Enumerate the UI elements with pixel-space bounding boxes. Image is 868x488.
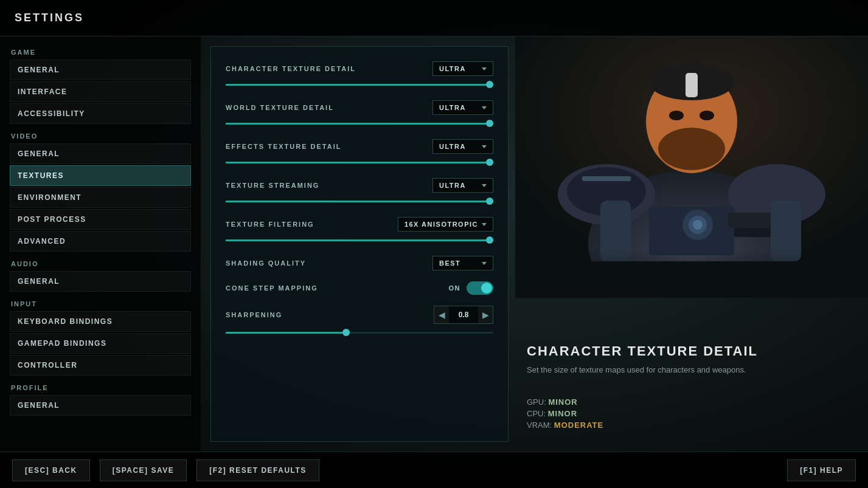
setting-sharpening: SHARPENING ◀ 0.8 ▶ [226, 306, 493, 337]
setting-world-texture-control: ULTRA [432, 100, 493, 115]
sharpening-value: 0.8 [453, 311, 474, 319]
texture-streaming-thumb[interactable] [486, 198, 493, 205]
char-texture-thumb[interactable] [486, 81, 493, 88]
setting-shading-quality: SHADING QUALITY BEST [226, 256, 493, 270]
sidebar-item-video-environment[interactable]: ENVIRONMENT [10, 187, 191, 208]
sidebar-section-profile: PROFILE [10, 384, 191, 391]
info-panel: CHARACTER TEXTURE DETAIL Set the size of… [509, 46, 861, 442]
sharpening-value-control: ◀ 0.8 ▶ [434, 306, 493, 324]
cone-step-toggle[interactable] [467, 281, 493, 295]
sidebar-item-audio-general[interactable]: GENERAL [10, 271, 191, 292]
setting-sharpening-label: SHARPENING [226, 311, 282, 318]
cpu-value: MINOR [548, 409, 577, 418]
bottom-right: [F1] HELP [787, 459, 856, 481]
setting-sharpening-control: ◀ 0.8 ▶ [434, 306, 493, 324]
setting-texture-streaming-label: TEXTURE STREAMING [226, 182, 319, 189]
info-title: CHARACTER TEXTURE DETAIL [527, 343, 843, 359]
setting-shading-quality-label: SHADING QUALITY [226, 259, 306, 267]
setting-shading-quality-header: SHADING QUALITY BEST [226, 256, 493, 270]
sharpening-fill [226, 332, 346, 334]
setting-texture-filtering-header: TEXTURE FILTERING 16X ANISOTROPIC [226, 217, 493, 232]
char-texture-dropdown[interactable]: ULTRA [432, 61, 493, 76]
sidebar-section-input: INPUT [10, 300, 191, 308]
shading-quality-dropdown[interactable]: BEST [432, 256, 493, 270]
setting-cone-step: CONE STEP MAPPING ON [226, 281, 493, 295]
setting-texture-streaming: TEXTURE STREAMING ULTRA [226, 178, 493, 206]
header: SETTINGS [0, 0, 868, 36]
sidebar-item-input-controller[interactable]: CONTROLLER [10, 355, 191, 376]
char-texture-arrow-icon [482, 67, 487, 70]
texture-filtering-arrow-icon [482, 223, 487, 226]
sidebar-item-input-keyboard[interactable]: KEYBOARD BINDINGS [10, 311, 191, 332]
sidebar-item-video-postprocess[interactable]: POST PROCESS [10, 209, 191, 230]
world-texture-thumb[interactable] [486, 120, 493, 127]
char-texture-slider[interactable] [226, 80, 493, 89]
texture-streaming-dropdown[interactable]: ULTRA [432, 178, 493, 193]
effects-texture-value: ULTRA [439, 143, 466, 150]
setting-effects-texture-label: EFFECTS TEXTURE DETAIL [226, 143, 341, 150]
reset-defaults-button[interactable]: [F2] RESET DEFAULTS [196, 459, 319, 481]
shading-quality-value: BEST [439, 259, 460, 267]
texture-filtering-thumb[interactable] [486, 236, 493, 244]
sharpening-track [226, 332, 493, 334]
cone-step-toggle-label: ON [449, 284, 461, 292]
world-texture-arrow-icon [482, 106, 487, 109]
sharpening-slider[interactable] [226, 328, 493, 337]
setting-effects-texture-header: EFFECTS TEXTURE DETAIL ULTRA [226, 139, 493, 154]
world-texture-slider[interactable] [226, 119, 493, 128]
sidebar-item-video-textures[interactable]: TEXTURES [10, 165, 191, 186]
sidebar-item-video-advanced[interactable]: ADVANCED [10, 231, 191, 252]
setting-effects-texture-control: ULTRA [432, 139, 493, 154]
sidebar-section-game: GAME [10, 49, 191, 56]
sidebar-item-video-general[interactable]: GENERAL [10, 143, 191, 164]
help-button[interactable]: [F1] HELP [787, 459, 856, 481]
sharpening-decrease-button[interactable]: ◀ [434, 306, 449, 323]
info-description: Set the size of texture maps used for ch… [527, 364, 843, 376]
setting-world-texture-label: WORLD TEXTURE DETAIL [226, 104, 334, 111]
gpu-label: GPU: [527, 397, 546, 407]
texture-filtering-slider[interactable] [226, 235, 493, 245]
sidebar-item-game-general[interactable]: GENERAL [10, 60, 191, 80]
setting-texture-streaming-header: TEXTURE STREAMING ULTRA [226, 178, 493, 193]
world-texture-fill [226, 123, 493, 125]
texture-streaming-arrow-icon [482, 184, 487, 187]
texture-streaming-track [226, 201, 493, 202]
bottom-bar: [ESC] BACK [SPACE] SAVE [F2] RESET DEFAU… [0, 452, 868, 488]
sidebar-item-game-interface[interactable]: INTERFACE [10, 81, 191, 102]
texture-streaming-fill [226, 201, 493, 202]
setting-world-texture: WORLD TEXTURE DETAIL ULTRA [226, 100, 493, 128]
setting-char-texture-control: ULTRA [432, 61, 493, 76]
sharpening-increase-button[interactable]: ▶ [478, 306, 493, 323]
sidebar: GAME GENERAL INTERFACE ACCESSIBILITY VID… [0, 36, 201, 452]
gpu-stat: GPU: MINOR [527, 397, 843, 407]
vram-value: MODERATE [554, 421, 603, 430]
effects-texture-slider[interactable] [226, 157, 493, 167]
texture-filtering-value: 16X ANISOTROPIC [404, 221, 478, 228]
texture-filtering-dropdown[interactable]: 16X ANISOTROPIC [398, 217, 493, 232]
effects-texture-thumb[interactable] [486, 159, 493, 166]
world-texture-dropdown[interactable]: ULTRA [432, 100, 493, 115]
setting-texture-filtering-label: TEXTURE FILTERING [226, 221, 314, 228]
setting-cone-step-header: CONE STEP MAPPING ON [226, 281, 493, 295]
char-texture-track-bg [226, 84, 493, 86]
settings-box: CHARACTER TEXTURE DETAIL ULTRA [210, 46, 509, 442]
texture-filtering-track [226, 239, 493, 241]
save-button[interactable]: [SPACE] SAVE [100, 459, 187, 481]
sharpening-thumb[interactable] [342, 329, 350, 336]
sidebar-item-game-accessibility[interactable]: ACCESSIBILITY [10, 103, 191, 124]
sidebar-item-input-gamepad[interactable]: GAMEPAD BINDINGS [10, 333, 191, 354]
setting-effects-texture: EFFECTS TEXTURE DETAIL ULTRA [226, 139, 493, 167]
world-texture-track [226, 123, 493, 125]
sidebar-item-profile-general[interactable]: GENERAL [10, 395, 191, 416]
setting-sharpening-header: SHARPENING ◀ 0.8 ▶ [226, 306, 493, 324]
char-texture-value: ULTRA [439, 65, 466, 72]
char-texture-fill [226, 84, 493, 86]
setting-cone-step-label: CONE STEP MAPPING [226, 284, 318, 292]
effects-texture-dropdown[interactable]: ULTRA [432, 139, 493, 154]
back-button[interactable]: [ESC] BACK [12, 459, 90, 481]
texture-streaming-slider[interactable] [226, 196, 493, 206]
setting-texture-filtering-control: 16X ANISOTROPIC [398, 217, 493, 232]
perf-stats: GPU: MINOR CPU: MINOR VRAM: MODERATE [527, 397, 843, 430]
effects-texture-track [226, 162, 493, 163]
sidebar-section-video: VIDEO [10, 132, 191, 140]
